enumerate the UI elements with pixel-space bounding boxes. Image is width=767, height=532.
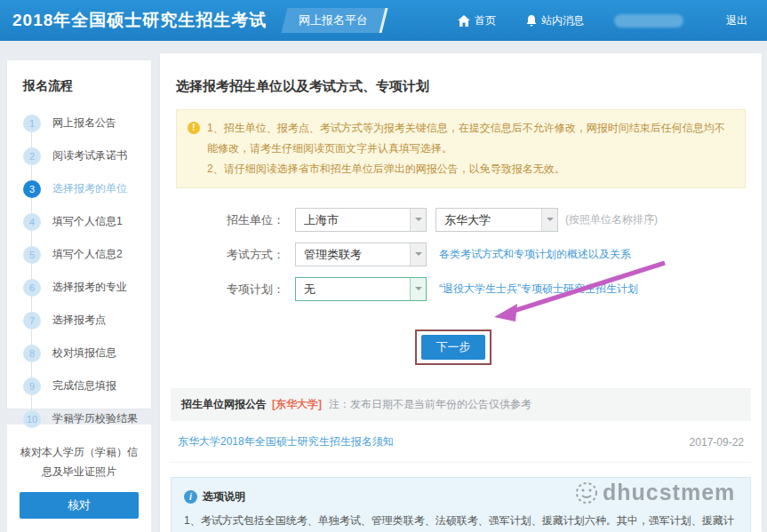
chevron-down-icon bbox=[410, 209, 426, 231]
chevron-down-icon bbox=[541, 209, 557, 231]
step-list: 1 网上报名公告 2 阅读考试承诺书 3 选择报考的单位 4 填写个人信息1 5… bbox=[7, 107, 151, 435]
step-label: 网上报名公告 bbox=[52, 115, 116, 131]
announcement-item-date: 2017-09-22 bbox=[690, 436, 744, 449]
header-nav: 首页 站内消息 退出 bbox=[458, 13, 767, 28]
form-row-exam-mode: 考试方式： 管理类联考 各类考试方式和专项计划的概述以及关系 bbox=[220, 242, 762, 266]
step-3-choose-unit-current[interactable]: 3 选择报考的单位 bbox=[7, 172, 151, 205]
unit-sort-hint: (按照单位名称排序) bbox=[565, 212, 658, 227]
step-label: 阅读考试承诺书 bbox=[52, 148, 127, 163]
instructions-title: 选项说明 bbox=[203, 487, 245, 507]
step-2-read-pledge[interactable]: 2 阅读考试承诺书 bbox=[7, 139, 151, 172]
sidebar: 报名流程 1 网上报名公告 2 阅读考试承诺书 3 选择报考的单位 4 填写个人… bbox=[7, 60, 151, 409]
app-header: 2018年全国硕士研究生招生考试 网上报名平台 首页 站内消息 退出 bbox=[0, 0, 767, 41]
watermark: dhucstmem bbox=[574, 480, 735, 505]
nav-messages-label: 站内消息 bbox=[541, 13, 584, 28]
selection-form: 招生单位： 上海市 东华大学 (按照单位名称排序) 考试方式： 管理类联考 各类… bbox=[220, 208, 762, 301]
sidebar-title: 报名流程 bbox=[7, 60, 151, 94]
announcement-header: 招生单位网报公告 [东华大学] 注：发布日期不是当前年份的公告仅供参考 bbox=[171, 388, 751, 421]
home-icon bbox=[458, 15, 470, 27]
verify-panel: 核对本人学历（学籍）信息及毕业证照片 核对 bbox=[7, 425, 151, 532]
special-plan-select[interactable]: 无 bbox=[295, 277, 427, 301]
exam-mode-select-value: 管理类联考 bbox=[304, 248, 362, 261]
warning-icon: ! bbox=[188, 122, 200, 134]
notice-box: ! 1、招生单位、报考点、考试方式等为报考关键信息，在提交信息后不允许修改，网报… bbox=[176, 109, 746, 188]
step-1-online-announcement[interactable]: 1 网上报名公告 bbox=[7, 107, 151, 139]
smiley-face-icon bbox=[574, 480, 599, 505]
nav-home-label: 首页 bbox=[475, 13, 496, 28]
step-label: 选择报考点 bbox=[52, 313, 106, 328]
page-title: 选择报考招生单位以及考试方式、专项计划 bbox=[176, 78, 746, 95]
info-icon: i bbox=[184, 490, 197, 504]
form-row-unit: 招生单位： 上海市 东华大学 (按照单位名称排序) bbox=[220, 208, 762, 232]
step-number: 7 bbox=[23, 312, 41, 330]
announcement-item: 东华大学2018年全国硕士研究生招生报名须知 2017-09-22 bbox=[171, 421, 751, 463]
veteran-plan-link[interactable]: “退役大学生士兵”专项硕士研究生招生计划 bbox=[439, 282, 638, 297]
next-step-button[interactable]: 下一步 bbox=[421, 335, 485, 360]
province-select-value: 上海市 bbox=[304, 213, 339, 226]
exam-mode-label: 考试方式： bbox=[220, 247, 284, 263]
step-label: 完成信息填报 bbox=[52, 378, 116, 393]
nav-messages[interactable]: 站内消息 bbox=[526, 13, 584, 28]
logout-link[interactable]: 退出 bbox=[726, 13, 747, 28]
unit-select[interactable]: 东华大学 bbox=[435, 208, 558, 232]
announcement-unit: [东华大学] bbox=[272, 397, 322, 412]
step-number: 3 bbox=[23, 180, 41, 198]
step-label: 校对填报信息 bbox=[52, 345, 116, 361]
instruction-line-1: 1、考试方式包括全国统考、单独考试、管理类联考、法硕联考、强军计划、援藏计划六种… bbox=[184, 511, 738, 532]
unit-select-value: 东华大学 bbox=[444, 213, 491, 226]
step-number: 10 bbox=[23, 410, 41, 428]
nav-home[interactable]: 首页 bbox=[458, 13, 496, 28]
step-5-personal-info-2[interactable]: 5 填写个人信息2 bbox=[7, 238, 151, 271]
step-9-finish-info[interactable]: 9 完成信息填报 bbox=[7, 369, 151, 402]
unit-label: 招生单位： bbox=[220, 212, 284, 228]
step-number: 4 bbox=[23, 213, 41, 231]
step-number: 1 bbox=[23, 115, 41, 132]
special-plan-label: 专项计划： bbox=[220, 282, 284, 298]
announcement-note: 注：发布日期不是当前年份的公告仅供参考 bbox=[329, 397, 531, 412]
step-number: 5 bbox=[23, 246, 41, 264]
notice-line-1: 1、招生单位、报考点、考试方式等为报考关键信息，在提交信息后不允许修改，网报时间… bbox=[207, 118, 732, 159]
form-row-special-plan: 专项计划： 无 “退役大学生士兵”专项硕士研究生招生计划 bbox=[220, 277, 762, 301]
app-title: 2018年全国硕士研究生招生考试 bbox=[12, 9, 267, 32]
watermark-text: dhucstmem bbox=[603, 480, 735, 505]
main-panel: 选择报考招生单位以及考试方式、专项计划 ! 1、招生单位、报考点、考试方式等为报… bbox=[160, 53, 762, 532]
step-number: 9 bbox=[23, 377, 41, 395]
step-label: 选择报考的专业 bbox=[52, 280, 127, 295]
exam-mode-select[interactable]: 管理类联考 bbox=[295, 242, 427, 266]
step-number: 6 bbox=[23, 279, 41, 297]
notice-line-2: 2、请仔细阅读选择省市和招生单位后弹出的网报公告，以免导致报名无效。 bbox=[207, 159, 732, 179]
exam-mode-help-link[interactable]: 各类考试方式和专项计划的概述以及关系 bbox=[439, 247, 631, 262]
step-label: 填写个人信息2 bbox=[52, 247, 123, 262]
step-4-personal-info-1[interactable]: 4 填写个人信息1 bbox=[7, 205, 151, 238]
platform-badge-label: 网上报名平台 bbox=[299, 12, 368, 28]
step-label: 填写个人信息1 bbox=[52, 214, 123, 229]
step-label: 选择报考的单位 bbox=[52, 181, 127, 196]
verify-note: 核对本人学历（学籍）信息及毕业证照片 bbox=[18, 442, 140, 481]
next-button-highlight-box: 下一步 bbox=[415, 330, 491, 365]
step-number: 2 bbox=[23, 147, 41, 165]
step-6-choose-major[interactable]: 6 选择报考的专业 bbox=[7, 271, 151, 304]
chevron-down-icon bbox=[410, 243, 426, 266]
chevron-down-icon bbox=[410, 278, 426, 300]
verify-button[interactable]: 核对 bbox=[20, 492, 139, 519]
platform-badge: 网上报名平台 bbox=[282, 8, 388, 33]
province-select[interactable]: 上海市 bbox=[295, 208, 427, 232]
username-redacted bbox=[614, 14, 683, 28]
step-7-choose-exam-site[interactable]: 7 选择报考点 bbox=[7, 304, 151, 337]
announcement-item-link[interactable]: 东华大学2018年全国硕士研究生招生报名须知 bbox=[178, 434, 394, 449]
announcement-title: 招生单位网报公告 bbox=[181, 397, 267, 412]
step-8-proofread-info[interactable]: 8 校对填报信息 bbox=[7, 337, 151, 369]
special-plan-select-value: 无 bbox=[304, 282, 316, 296]
bell-icon bbox=[526, 15, 537, 27]
step-number: 8 bbox=[23, 345, 41, 362]
